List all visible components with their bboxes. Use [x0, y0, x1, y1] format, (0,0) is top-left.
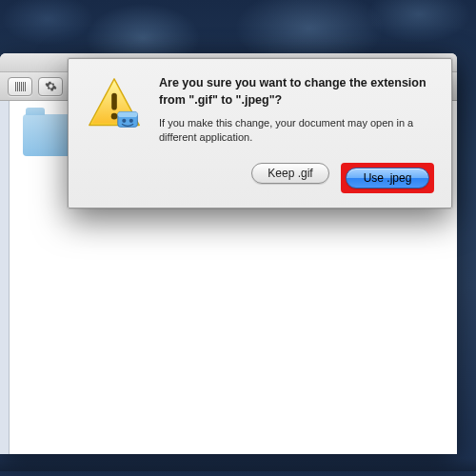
svg-point-5	[129, 119, 133, 123]
dialog-message: If you make this change, your document m…	[159, 116, 434, 146]
gear-icon	[45, 80, 57, 92]
decorative-shadow	[0, 458, 476, 471]
svg-rect-0	[111, 93, 117, 110]
barcode-icon	[15, 82, 26, 91]
sidebar	[0, 101, 10, 454]
svg-point-1	[111, 113, 118, 120]
warning-icon	[86, 75, 143, 132]
use-extension-button[interactable]: Use .jpeg	[346, 168, 429, 188]
toolbar-view-button[interactable]	[8, 77, 32, 96]
highlight-annotation: Use .jpeg	[341, 163, 434, 193]
svg-point-4	[122, 119, 126, 123]
dialog-heading: Are you sure you want to change the exte…	[159, 75, 434, 109]
toolbar-action-button[interactable]	[38, 77, 63, 96]
extension-change-dialog: Are you sure you want to change the exte…	[68, 58, 452, 208]
keep-extension-button[interactable]: Keep .gif	[251, 163, 329, 184]
svg-rect-3	[118, 111, 138, 117]
